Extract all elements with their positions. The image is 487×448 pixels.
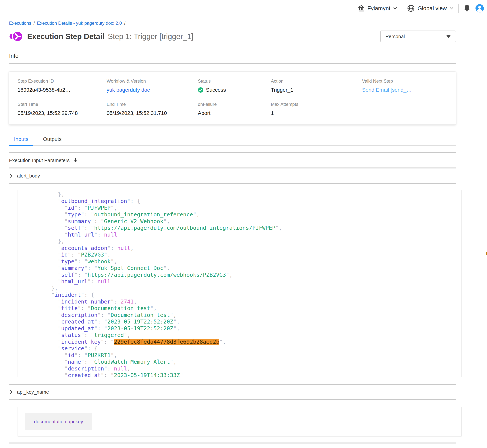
- execution-input-parameters-label: Execution Input Parameters: [9, 158, 70, 163]
- breadcrumb-separator: /: [124, 21, 126, 26]
- info-grid: Step Execution ID18992a43-9538-4b2…Workf…: [17, 79, 447, 116]
- json-code-line: "incident": {: [25, 292, 461, 298]
- info-field-value: Trigger_1: [271, 87, 362, 93]
- globe-icon: [407, 5, 415, 12]
- info-field: ActionTrigger_1: [271, 79, 362, 93]
- info-field-label: onFailure: [198, 102, 271, 107]
- info-field-label: Action: [271, 79, 362, 84]
- param-row-api-key-name[interactable]: api_key_name: [9, 385, 456, 399]
- json-code-line: "created_at": "2023-05-19T14:33:33Z": [25, 372, 461, 377]
- json-code-line: "updated_at": "2023-05-19T22:52:20Z",: [25, 325, 461, 332]
- json-code-line: "self": "https://api.pagerduty.com/webho…: [25, 272, 461, 278]
- api-key-name-panel: documentation api key: [17, 407, 462, 437]
- json-code: ooooo oooooooooo ooooooo oooo oooooooooo…: [18, 190, 461, 377]
- info-field-label: Max Attempts: [271, 102, 362, 107]
- breadcrumb-separator: /: [33, 21, 35, 26]
- info-field-value: 18992a43-9538-4b2…: [17, 87, 107, 93]
- section-divider: [9, 63, 456, 64]
- json-code-line: "service": {: [25, 345, 461, 352]
- breadcrumb-link[interactable]: Execution Details - yuk pagerduty doc: 2…: [37, 21, 122, 26]
- bell-icon: [463, 4, 471, 12]
- bank-icon: [358, 5, 365, 11]
- info-field: Max Attempts1: [271, 102, 362, 116]
- json-code-line: "incident_key": "229efec8feda44778d3fe69…: [25, 339, 461, 345]
- info-field: Start Time05/19/2023, 15:52:29.748: [17, 102, 107, 116]
- view-menu-label: Global view: [418, 5, 447, 11]
- param-row-label: api_key_name: [17, 389, 49, 395]
- chevron-right-icon: [9, 173, 13, 178]
- view-menu[interactable]: Global view: [407, 5, 453, 12]
- json-code-line: "incident_number": 2741,: [25, 298, 461, 305]
- scope-select-value: Personal: [385, 34, 405, 40]
- chevron-down-icon: [450, 7, 453, 10]
- info-field: Valid Next StepSend Email [send_…: [362, 79, 447, 93]
- section-divider: [9, 399, 456, 400]
- json-code-line: },: [25, 191, 461, 198]
- info-field: Step Execution ID18992a43-9538-4b2…: [17, 79, 107, 93]
- info-field-label: Valid Next Step: [362, 79, 447, 84]
- param-row-api-key-value[interactable]: api_key_value: [9, 443, 456, 448]
- json-code-line: "type": "webhook",: [25, 258, 461, 265]
- scope-select[interactable]: Personal: [380, 31, 456, 42]
- json-code-line: },: [25, 238, 461, 245]
- json-code-line: ooooo oooooooooo ooooooo oooo oooooooooo…: [25, 190, 461, 191]
- info-field-link[interactable]: yuk pagerduty doc: [107, 87, 198, 93]
- json-code-line: "status": "triggered",: [25, 332, 461, 339]
- api-key-name-chip[interactable]: documentation api key: [25, 413, 92, 430]
- page-subtitle: Step 1: Trigger [trigger_1]: [108, 32, 194, 41]
- section-divider: [9, 183, 456, 184]
- breadcrumb-link[interactable]: Executions: [9, 21, 31, 26]
- info-field-value: Abort: [198, 110, 271, 116]
- json-code-line: "summary": "Yuk Spot Connect Doc",: [25, 265, 461, 272]
- topbar-separator: [458, 4, 459, 13]
- info-card: Step Execution ID18992a43-9538-4b2…Workf…: [9, 72, 456, 125]
- topbar-separator: [402, 4, 402, 13]
- chevron-right-icon: [9, 389, 13, 395]
- json-code-line: "html_url": null: [25, 278, 461, 285]
- execution-input-parameters-header: Execution Input Parameters: [9, 153, 456, 168]
- info-field: onFailureAbort: [198, 102, 271, 116]
- alert-body-json-panel[interactable]: ooooo oooooooooo ooooooo oooo oooooooooo…: [17, 190, 462, 377]
- json-code-line: "outbound_integration": {: [25, 198, 461, 205]
- param-row-label: alert_body: [17, 173, 40, 179]
- info-field-label: Start Time: [17, 102, 107, 107]
- info-field-label: End Time: [107, 102, 198, 107]
- json-code-line: "accounts_addon": null,: [25, 245, 461, 252]
- chevron-down-icon: [393, 7, 397, 10]
- json-code-line: "id": "PUZKRT1",: [25, 352, 461, 359]
- org-menu[interactable]: Fylamynt: [358, 5, 397, 11]
- json-code-line: },: [25, 285, 461, 292]
- json-code-line: "type": "outbound_integration_reference"…: [25, 211, 461, 218]
- json-code-line: "description": "Documentation test",: [25, 312, 461, 319]
- org-menu-label: Fylamynt: [367, 5, 390, 11]
- trigger-step-icon: [9, 30, 23, 42]
- user-avatar[interactable]: [475, 4, 484, 13]
- breadcrumb: Executions/Execution Details - yuk pager…: [9, 21, 456, 26]
- tab-inputs[interactable]: Inputs: [9, 136, 33, 145]
- json-code-line: "id": "PJFWPEP",: [25, 205, 461, 211]
- info-field-value: 1: [271, 110, 362, 116]
- param-row-alert-body[interactable]: alert_body: [9, 168, 456, 183]
- info-field: End Time05/19/2023, 15:52:31.710: [107, 102, 198, 116]
- main-content: Executions/Execution Details - yuk pager…: [9, 21, 456, 448]
- arrow-down-icon[interactable]: [73, 158, 78, 163]
- json-code-line: "id": "PZB2VG3",: [25, 251, 461, 258]
- json-code-line: "html_url": null: [25, 232, 461, 238]
- info-field-label: Step Execution ID: [17, 79, 107, 84]
- info-field-link[interactable]: Send Email [send_…: [362, 87, 447, 93]
- json-code-line: "created_at": "2023-05-19T22:52:20Z",: [25, 318, 461, 325]
- json-code-line: "title": "Documentation test",: [25, 305, 461, 312]
- select-caret-icon: [446, 35, 451, 38]
- info-field-label: Workflow & Version: [107, 79, 198, 84]
- info-field: Workflow & Versionyuk pagerduty doc: [107, 79, 198, 93]
- json-code-line: "self": "https://api.pagerduty.com/outbo…: [25, 225, 461, 232]
- top-bar: Fylamynt Global view: [0, 0, 487, 17]
- info-field-value: 05/19/2023, 15:52:31.710: [107, 110, 198, 116]
- scrollbar-find-marker: [486, 252, 487, 255]
- info-field-label: Status: [198, 79, 271, 84]
- tab-outputs[interactable]: Outputs: [38, 136, 66, 145]
- notifications-button[interactable]: [463, 4, 471, 13]
- info-heading: Info: [9, 53, 456, 59]
- info-field-value: 05/19/2023, 15:52:29.748: [17, 110, 107, 116]
- json-code-line: "description": null,: [25, 365, 461, 372]
